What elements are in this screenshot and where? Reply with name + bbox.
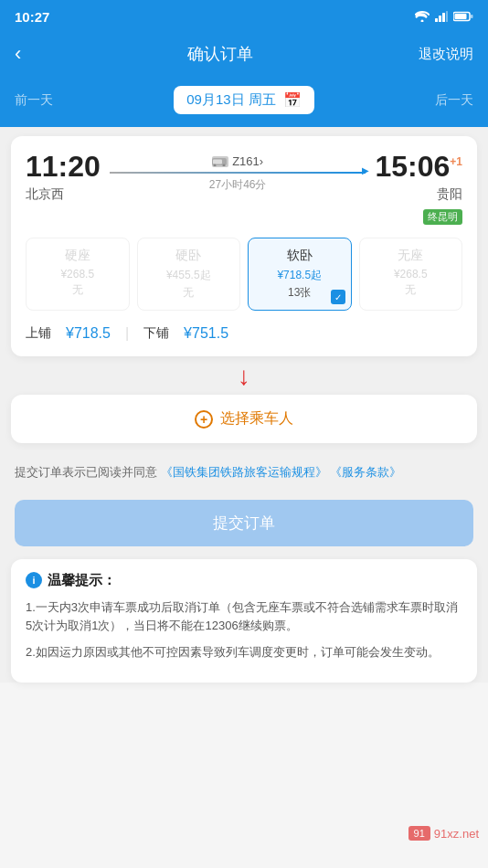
back-button[interactable]: ‹ bbox=[15, 42, 21, 66]
terms-link1[interactable]: 《国铁集团铁路旅客运输规程》 bbox=[161, 465, 327, 479]
status-bar: 10:27 bbox=[0, 0, 488, 33]
seat-type-no-seat[interactable]: 无座 ¥268.5 无 bbox=[359, 238, 463, 311]
svg-rect-0 bbox=[435, 18, 438, 22]
watermark: 91 91xz.net bbox=[408, 826, 479, 841]
terms-link2[interactable]: 《服务条款》 bbox=[330, 465, 401, 479]
status-time: 10:27 bbox=[15, 9, 49, 25]
svg-rect-8 bbox=[213, 159, 222, 164]
no-seat-name: 无座 bbox=[366, 248, 457, 264]
plus-circle-icon: + bbox=[195, 410, 213, 429]
tips-title: 温馨提示： bbox=[48, 572, 116, 589]
train-middle: Z161› 27小时46分 bbox=[110, 151, 366, 193]
terms-prefix: 提交订单表示已阅读并同意 bbox=[15, 465, 157, 479]
upper-berth-label: 上铺 bbox=[26, 325, 51, 342]
tips-title-row: i 温馨提示： bbox=[26, 572, 462, 589]
lower-berth-price: ¥751.5 bbox=[184, 325, 228, 342]
watermark-site: 91xz.net bbox=[434, 827, 479, 841]
no-seat-price: ¥268.5 bbox=[366, 268, 457, 281]
date-selector[interactable]: 09月13日 周五 📅 bbox=[174, 86, 314, 114]
tips-info-icon: i bbox=[26, 572, 42, 588]
hard-sleeper-avail: 无 bbox=[143, 285, 235, 301]
hard-seat-price: ¥268.5 bbox=[32, 268, 123, 281]
seat-types: 硬座 ¥268.5 无 硬卧 ¥455.5起 无 软卧 ¥718.5起 13张 … bbox=[26, 238, 462, 311]
svg-rect-6 bbox=[471, 15, 473, 18]
svg-rect-1 bbox=[439, 16, 441, 22]
date-nav: 前一天 09月13日 周五 📅 后一天 bbox=[0, 79, 488, 127]
signal-icon bbox=[435, 11, 448, 22]
tips-item-2: 2.如因运力原因或其他不可控因素导致列车调度变更时，订单可能会发生变动。 bbox=[26, 643, 462, 662]
plus-day: +1 bbox=[450, 155, 462, 168]
submit-button[interactable]: 提交订单 bbox=[15, 500, 473, 546]
svg-rect-3 bbox=[446, 11, 448, 22]
header: ‹ 确认订单 退改说明 bbox=[0, 33, 488, 79]
seat-type-hard-seat[interactable]: 硬座 ¥268.5 无 bbox=[26, 238, 130, 311]
train-card: 11:20 北京西 Z161› 27小时46分 bbox=[11, 136, 477, 356]
route-arrow bbox=[110, 172, 366, 174]
train-number: Z161› bbox=[232, 154, 263, 168]
check-icon: ✓ bbox=[331, 290, 345, 304]
upper-berth-price: ¥718.5 bbox=[66, 325, 111, 342]
depart-info: 11:20 北京西 bbox=[26, 151, 101, 203]
tips-card: i 温馨提示： 1.一天内3次申请车票成功后取消订单（包含无座车票或不符合选铺需… bbox=[11, 559, 477, 683]
terms-section: 提交订单表示已阅读并同意 《国铁集团铁路旅客运输规程》 《服务条款》 bbox=[0, 454, 488, 491]
terminal-badge: 终 昆明 bbox=[423, 209, 462, 225]
no-seat-avail: 无 bbox=[366, 282, 457, 298]
depart-station: 北京西 bbox=[26, 186, 101, 203]
train-icon bbox=[212, 156, 228, 167]
arrive-time: 15:06+1 bbox=[375, 151, 462, 183]
svg-rect-5 bbox=[455, 14, 467, 19]
hard-sleeper-name: 硬卧 bbox=[143, 248, 235, 264]
wifi-icon bbox=[415, 11, 430, 22]
submit-section: 提交订单 bbox=[0, 491, 488, 559]
tips-item-1: 1.一天内3次申请车票成功后取消订单（包含无座车票或不符合选铺需求车票时取消5次… bbox=[26, 598, 462, 637]
passenger-section: + 选择乘车人 bbox=[11, 395, 477, 443]
berth-row: 上铺 ¥718.5 | 下铺 ¥751.5 bbox=[26, 322, 462, 345]
prev-day-button[interactable]: 前一天 bbox=[15, 92, 53, 109]
soft-sleeper-price: ¥718.5起 bbox=[254, 268, 345, 283]
hard-sleeper-price: ¥455.5起 bbox=[143, 268, 235, 283]
soft-sleeper-name: 软卧 bbox=[254, 248, 345, 264]
battery-icon bbox=[453, 11, 473, 22]
refund-info-button[interactable]: 退改说明 bbox=[419, 46, 473, 63]
page-title: 确认订单 bbox=[187, 43, 253, 65]
lower-berth-label: 下铺 bbox=[143, 325, 169, 342]
calendar-icon: 📅 bbox=[283, 91, 302, 109]
hard-seat-name: 硬座 bbox=[32, 248, 123, 264]
duration: 27小时46分 bbox=[209, 177, 267, 193]
seat-type-hard-sleeper[interactable]: 硬卧 ¥455.5起 无 bbox=[137, 238, 241, 311]
depart-time: 11:20 bbox=[26, 151, 101, 183]
add-passenger-label: 选择乘车人 bbox=[220, 409, 293, 429]
add-passenger-button[interactable]: + 选择乘车人 bbox=[26, 409, 462, 429]
status-icons bbox=[415, 11, 473, 22]
svg-rect-2 bbox=[442, 13, 445, 22]
selected-date: 09月13日 周五 bbox=[186, 91, 276, 109]
seat-type-soft-sleeper[interactable]: 软卧 ¥718.5起 13张 ✓ bbox=[248, 238, 352, 311]
red-arrow-icon: ↓ bbox=[238, 364, 250, 389]
arrive-station: 贵阳 bbox=[375, 186, 462, 203]
hard-seat-avail: 无 bbox=[32, 282, 123, 298]
next-day-button[interactable]: 后一天 bbox=[435, 92, 473, 109]
arrive-info: 15:06+1 贵阳 终 昆明 bbox=[375, 151, 462, 225]
watermark-badge: 91 bbox=[408, 826, 430, 841]
